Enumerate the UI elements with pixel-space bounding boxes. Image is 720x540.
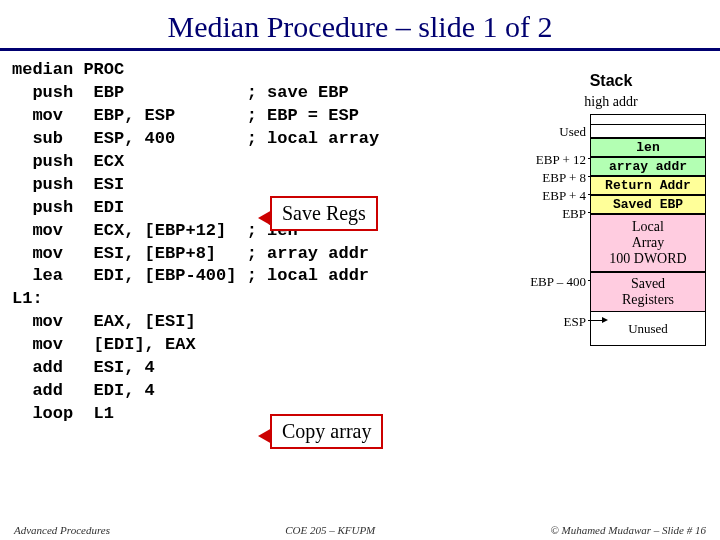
ebp-label: EBP bbox=[562, 206, 586, 222]
footer-left: Advanced Procedures bbox=[14, 524, 110, 536]
stack-diagram: Stack high addr Used EBP + 12 EBP + 8 EB… bbox=[516, 72, 706, 110]
high-addr-label: high addr bbox=[516, 94, 706, 110]
copy-array-box: Copy array bbox=[270, 414, 383, 449]
arrayaddr-cell: array addr bbox=[590, 157, 706, 176]
local1: Local bbox=[591, 219, 705, 235]
save-regs-box: Save Regs bbox=[270, 196, 378, 231]
esp-label: ESP bbox=[564, 314, 586, 330]
footer-mid: COE 205 – KFUPM bbox=[285, 524, 375, 536]
savedregs2: Registers bbox=[591, 292, 705, 308]
unused-cell: Unused bbox=[590, 312, 706, 346]
torn-top bbox=[590, 114, 706, 124]
local-array-cell: Local Array 100 DWORD bbox=[590, 214, 706, 272]
savedebp-cell: Saved EBP bbox=[590, 195, 706, 214]
used-cell bbox=[590, 124, 706, 138]
ebp4-label: EBP + 4 bbox=[542, 188, 586, 204]
saved-regs-cell: Saved Registers bbox=[590, 272, 706, 312]
stack-column: len array addr Return Addr Saved EBP Loc… bbox=[590, 114, 706, 346]
used-label: Used bbox=[559, 124, 586, 140]
footer: Advanced Procedures COE 205 – KFUPM © Mu… bbox=[0, 524, 720, 536]
retaddr-cell: Return Addr bbox=[590, 176, 706, 195]
footer-right: © Muhamed Mudawar – Slide # 16 bbox=[550, 524, 706, 536]
local2: Array bbox=[591, 235, 705, 251]
ebpm400-label: EBP – 400 bbox=[530, 274, 586, 290]
stack-title: Stack bbox=[516, 72, 706, 90]
ebp8-label: EBP + 8 bbox=[542, 170, 586, 186]
local3: 100 DWORD bbox=[591, 251, 705, 267]
ebp12-label: EBP + 12 bbox=[536, 152, 586, 168]
savedregs1: Saved bbox=[591, 276, 705, 292]
len-cell: len bbox=[590, 138, 706, 157]
page-title: Median Procedure – slide 1 of 2 bbox=[0, 0, 720, 51]
code-block: median PROC push EBP ; save EBP mov EBP,… bbox=[12, 59, 379, 426]
